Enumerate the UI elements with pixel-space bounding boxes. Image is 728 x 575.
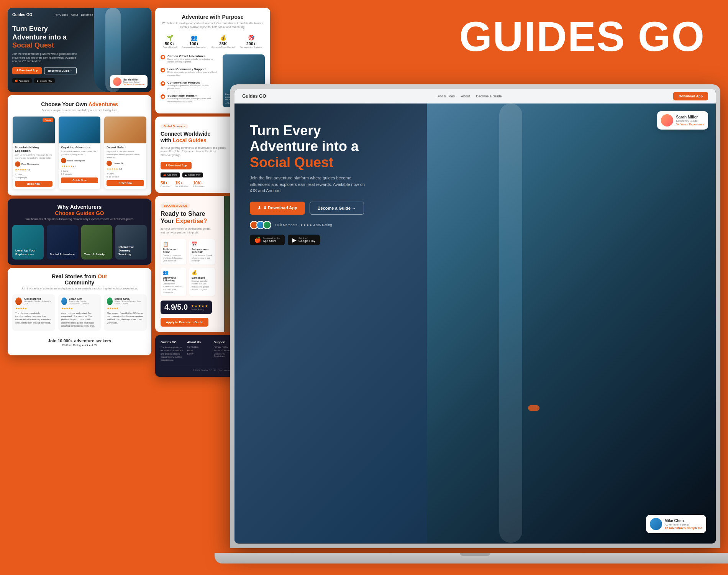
share-title-orange: Expertise?	[176, 218, 207, 224]
apple-store-badge[interactable]: 🍎 App Store	[12, 78, 32, 83]
members-rating-num: 4.9/5 Rating	[313, 223, 332, 227]
testi-header-3: Marco Silva Water Sports Guide · Sao Pau…	[107, 297, 144, 305]
purpose-item-desc-carbon: Every adventure automatically contribute…	[167, 58, 219, 64]
connect-title-line1: Connect Worldwide	[161, 131, 210, 137]
adventure-img-kayak	[59, 117, 101, 143]
rating-num-mountain: 4.8	[27, 169, 30, 171]
footer-about-title: About Us	[187, 340, 210, 344]
laptop-download-btn[interactable]: ⬇ ⬇ Download App	[250, 202, 305, 215]
purpose-item-desc-sustainable: Promoting responsible travel practices a…	[167, 97, 219, 104]
purpose-item-title-community: Local Community Support	[167, 67, 219, 71]
rating-right: ★★★★★ Guide Rating	[191, 304, 208, 310]
laptop-hero: Turn Every Adventure into a Social Quest…	[234, 104, 716, 543]
rating-row-mountain: ★★★★★ 4.8	[15, 168, 52, 171]
feature-card-social: Social Adventure	[47, 225, 78, 260]
apple-label: App Store	[19, 80, 29, 82]
purpose-item-desc-community: Direct economic benefits to indigenous a…	[167, 71, 219, 77]
footer-link-about[interactable]: About	[187, 349, 210, 352]
stat-earned: 💰 25K Guides Affiliate Earned	[212, 34, 235, 48]
connect-download-btn[interactable]: ⬇ Download App	[161, 162, 192, 169]
laptop-body: Guides GO For Guides About Become a Guid…	[230, 84, 720, 548]
share-title-line1: Ready to Share	[161, 210, 205, 217]
duration-desert: 4 Days	[107, 172, 144, 175]
stat-label-earned: Guides Affiliate Earned	[212, 46, 235, 48]
stat-icon-conservation: 🎯	[240, 34, 262, 41]
footer-link-safety[interactable]: Safety	[187, 353, 210, 355]
laptop-hero-title-line2: Adventure into a	[250, 138, 359, 154]
feature-label-trust: Trust & Safety	[84, 253, 110, 256]
adventure-info-kayak: Kayaking Adventure Explore the serene wa…	[59, 143, 101, 186]
footer-copyright: © 2024 Guides GO. All rights reserved.	[193, 369, 233, 371]
adventure-desc-kayak: Explore the serene waters with our guide…	[61, 150, 98, 156]
testi-name-1: Alex Martinez	[24, 297, 52, 300]
group-mountain: 5-10 people	[15, 176, 52, 179]
hero-download-btn[interactable]: ⬇ Download App	[12, 67, 42, 74]
purpose-item-community: Local Community Support Direct economic …	[161, 67, 219, 77]
laptop-apple-badge[interactable]: 🍎 Download on the App Store	[250, 235, 285, 245]
stat-icon-communities: 👥	[182, 34, 206, 41]
laptop-google-badge[interactable]: ▶ Get it on Google Play	[288, 235, 320, 245]
connect-stat-label-countries: Countries	[161, 185, 171, 187]
laptop-store-badges: 🍎 Download on the App Store ▶ Get it on	[250, 235, 372, 245]
share-feature-desc-brand: Create your unique profile and showcase …	[163, 254, 184, 262]
platform-rating: Platform Rating ★★★★ 4.95	[15, 344, 144, 347]
connect-google-badge[interactable]: ▶ Google Play	[182, 172, 203, 177]
laptop-nav-become[interactable]: Become a Guide	[476, 94, 502, 98]
testi-info-2: Sarah Kim Food-only Guide · Vancouver, C…	[69, 297, 98, 305]
screenshot-adventures: Choose Your Own Adventures Discover uniq…	[8, 95, 151, 196]
adventure-desc-desert: Experience the vast desert landscapes an…	[107, 150, 144, 159]
purpose-dot-sustainable	[161, 94, 165, 99]
adventure-info-desert: Desert Safari Experience the vast desert…	[104, 143, 146, 188]
adventure-card-kayak: Kayaking Adventure Explore the serene wa…	[58, 116, 101, 189]
feature-label-tracking: Interactive Journey Tracking	[118, 245, 144, 256]
share-feature-icon-earn: 💰	[192, 270, 213, 275]
guide-name-mountain: Paul Thompson	[21, 163, 39, 165]
connect-stat-num-countries: 50+	[161, 181, 171, 185]
testi-location-1: Mountain Guide · Asheville, USA	[24, 300, 52, 305]
purpose-stats-row: 🌱 50K+ Tours Hosted 👥 100+ Communities S…	[161, 34, 265, 48]
guide-avatar-desert	[107, 161, 112, 166]
guide-avatar-mountain	[15, 161, 20, 167]
laptop-nav-download-btn[interactable]: Download App	[673, 92, 708, 100]
nav-for-guides[interactable]: For Guides	[55, 13, 68, 16]
order-btn-desert[interactable]: Order Now	[107, 180, 144, 186]
mike-card-role: Adventure Seeker	[665, 523, 702, 526]
connect-apple-icon: 🍎	[163, 174, 166, 176]
adventure-img-desert	[104, 117, 146, 143]
adventure-cards-row: Popular Mountain Hiking Expedition Join …	[12, 116, 147, 189]
sarah-card-xp: 5+ Years Experience	[676, 123, 704, 126]
adventure-badge-mountain: Popular	[43, 118, 53, 122]
share-feature-title-schedule: Set your own schedule	[192, 248, 213, 253]
guide-btn-kayak[interactable]: Guide Now	[61, 177, 98, 183]
google-store-badge[interactable]: ▶ Google Play	[34, 78, 55, 83]
sarah-xp-hero: 5+ Years Experience	[123, 83, 144, 85]
footer-link-for-guides[interactable]: For Guides	[187, 346, 210, 348]
laptop-become-btn[interactable]: Become a Guide →	[310, 202, 364, 215]
why-title-orange: Choose Guides GO	[55, 210, 104, 216]
stories-title-line2: Community	[65, 279, 94, 286]
nav-about[interactable]: About	[71, 13, 78, 16]
share-feature-desc-following: Connect with adventurous seekers and bui…	[163, 283, 184, 294]
connect-stats: 50+ Countries 1K+ Local Guides 10K+ Adve…	[161, 181, 226, 187]
hero-content: Turn Every Adventure into a Social Quest…	[12, 22, 81, 86]
hero-title-line1: Turn Every	[12, 25, 48, 33]
hero-become-btn[interactable]: Become a Guide →	[44, 67, 77, 74]
testi-text-2: As an outdoor enthusiast, I've completed…	[61, 312, 98, 328]
adventures-title: Choose Your Own Adventures	[12, 101, 147, 107]
rating-row-desert: ★★★★★ 4.8	[107, 168, 144, 171]
connect-apple-badge[interactable]: 🍎 App Store	[161, 172, 180, 177]
laptop-nav-for-guides[interactable]: For Guides	[438, 94, 455, 98]
why-title: Why Adventurers Choose Guides GO	[12, 204, 147, 216]
laptop-nav-about[interactable]: About	[461, 94, 470, 98]
share-feature-icon-schedule: 📅	[192, 242, 213, 247]
stars-mountain: ★★★★★	[15, 168, 26, 171]
stat-icon-tours: 🌱	[163, 34, 177, 41]
features-grid: Level Up Your Explorations Social Advent…	[12, 225, 147, 260]
stat-communities: 👥 100+ Communities Supported	[182, 34, 206, 48]
guide-cta-btn[interactable]: Apply to Become a Guide	[161, 318, 208, 327]
footer-brand-col: Guides GO The leading platform for adven…	[161, 340, 183, 362]
right-section: Guides GO For Guides About Become a Guid…	[230, 84, 720, 564]
book-btn-mountain[interactable]: Book Now	[15, 181, 52, 187]
mike-card-adventures: 12 Adventures Completed	[665, 526, 702, 530]
sarah-card-name: Sarah Miller	[676, 115, 704, 119]
